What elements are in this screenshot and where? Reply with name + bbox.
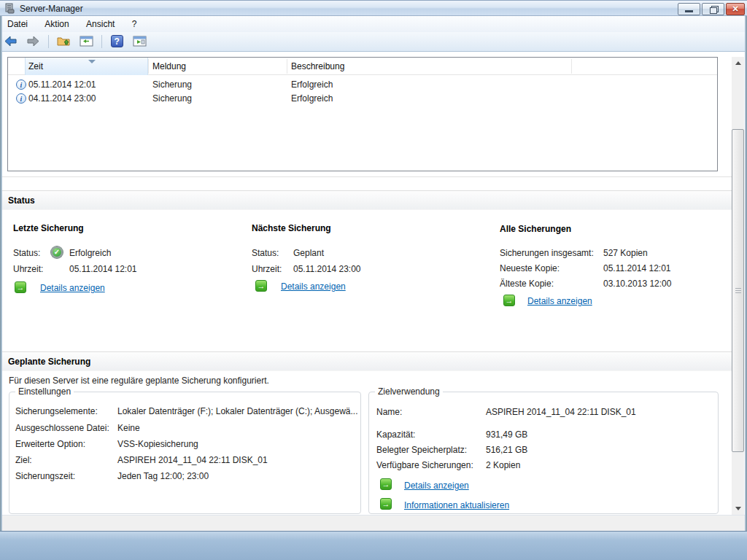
backup-time-label: Sicherungszeit:: [15, 471, 75, 481]
all-newest-value: 05.11.2014 12:01: [603, 263, 671, 273]
forward-icon: [26, 36, 40, 47]
event-description: Erfolgreich: [291, 79, 333, 90]
action-pane-button[interactable]: [131, 35, 147, 48]
go-arrow-icon[interactable]: →: [380, 498, 392, 510]
column-header-beschreibung[interactable]: Beschreibung: [291, 61, 344, 71]
go-arrow-icon[interactable]: →: [380, 478, 392, 490]
next-time-label: Uhrzeit:: [252, 264, 282, 274]
events-table: Zeit Meldung Beschreibung i 05.11.2014 1…: [7, 57, 718, 171]
events-table-header: Zeit Meldung Beschreibung: [8, 58, 717, 75]
event-message: Sicherung: [152, 79, 192, 90]
column-separator[interactable]: [571, 59, 572, 74]
help-icon: ?: [111, 35, 123, 47]
sort-descending-icon: [88, 60, 96, 63]
menu-aktion[interactable]: Aktion: [37, 16, 76, 32]
backup-time-value: Jeden Tag 12:00; 23:00: [117, 471, 209, 481]
items-value: Lokaler Datenträger (F:); Lokaler Datent…: [117, 406, 357, 416]
dest-name-value: ASPIREH 2014_11_04 22:11 DISK_01: [486, 407, 636, 417]
menubar: Datei Aktion Ansicht ?: [0, 16, 747, 32]
scheduled-intro: Für diesen Server ist eine reguläre gepl…: [9, 376, 269, 386]
settings-legend: Einstellungen: [15, 386, 74, 397]
available-value: 2 Kopien: [486, 460, 520, 470]
info-icon: i: [16, 79, 26, 90]
available-label: Verfügbare Sicherungen:: [376, 460, 473, 470]
table-row[interactable]: i 05.11.2014 12:01 Sicherung Erfolgreich: [8, 78, 717, 92]
column-separator[interactable]: [148, 59, 149, 74]
all-newest-label: Neueste Kopie:: [500, 263, 560, 273]
dest-details-link[interactable]: Details anzeigen: [404, 481, 469, 491]
target-value: ASPIREH 2014_11_04 22:11 DISK_01: [117, 455, 268, 465]
restore-button[interactable]: [702, 3, 724, 15]
next-status-label: Status:: [252, 248, 279, 258]
folder-up-icon: [57, 36, 71, 47]
titlebar[interactable]: Server-Manager ✕: [0, 0, 747, 16]
settings-groupbox: Einstellungen Sicherungselemente: Lokale…: [9, 392, 361, 514]
menu-datei[interactable]: Datei: [0, 16, 35, 32]
capacity-label: Kapazität:: [376, 429, 415, 440]
next-details-link[interactable]: Details anzeigen: [281, 281, 346, 292]
back-icon: [4, 36, 18, 47]
close-icon: ✕: [732, 4, 738, 13]
column-header-zeit[interactable]: Zeit: [28, 61, 43, 71]
desktop: Server-Manager ✕ Datei Aktion Ansicht ? …: [0, 0, 747, 560]
menu-hilfe[interactable]: ?: [125, 16, 144, 32]
all-oldest-value: 03.10.2013 12:00: [603, 279, 671, 289]
excluded-value: Keine: [117, 423, 140, 433]
event-description: Erfolgreich: [291, 93, 333, 104]
success-check-icon: ✓: [51, 246, 63, 258]
window-border-left: [0, 16, 2, 531]
all-backups-title: Alle Sicherungen: [500, 224, 571, 234]
console-tree-button[interactable]: [78, 35, 94, 48]
event-message: Sicherung: [152, 93, 192, 104]
restore-icon: [710, 6, 717, 12]
last-status-label: Status:: [13, 248, 40, 258]
last-details-link[interactable]: Details anzeigen: [40, 283, 105, 293]
scroll-down-button[interactable]: [732, 502, 744, 515]
menu-ansicht[interactable]: Ansicht: [79, 16, 122, 32]
all-oldest-label: Älteste Kopie:: [500, 279, 554, 289]
console-tree-icon: [80, 36, 93, 47]
last-backup-title: Letzte Sicherung: [13, 223, 84, 233]
all-details-link[interactable]: Details anzeigen: [527, 296, 592, 306]
go-arrow-icon[interactable]: →: [503, 295, 515, 306]
status-heading: Status: [2, 191, 732, 206]
refresh-info-link[interactable]: Informationen aktualisieren: [404, 500, 509, 510]
scheduled-heading: Geplante Sicherung: [2, 352, 732, 367]
taskbar: 22:16 05.11.2014: [0, 531, 747, 560]
up-level-button[interactable]: [55, 35, 71, 48]
next-status-value: Geplant: [293, 248, 324, 258]
column-separator[interactable]: [287, 59, 287, 74]
vertical-scrollbar[interactable]: [732, 57, 744, 515]
window-statusbar: [2, 515, 745, 531]
help-button[interactable]: ?: [109, 35, 125, 48]
all-total-label: Sicherungen insgesamt:: [500, 248, 594, 258]
column-header-zeit-highlight[interactable]: [25, 58, 148, 75]
status-section-header: Status: [2, 190, 732, 210]
window-title: Server-Manager: [20, 4, 83, 14]
go-arrow-icon[interactable]: →: [15, 281, 26, 293]
next-time-value: 05.11.2014 23:00: [293, 264, 361, 274]
scrollbar-thumb[interactable]: [732, 129, 744, 452]
minimize-icon: [685, 10, 693, 12]
scroll-up-button[interactable]: [732, 57, 744, 69]
toolbar-separator: [48, 35, 49, 48]
column-header-meldung[interactable]: Meldung: [152, 61, 186, 71]
event-time: 05.11.2014 12:01: [28, 79, 96, 90]
destination-legend: Zielverwendung: [375, 386, 443, 397]
last-status-value: Erfolgreich: [69, 248, 111, 258]
event-time: 04.11.2014 23:00: [28, 93, 96, 104]
items-label: Sicherungselemente:: [15, 406, 98, 416]
scheduled-section-header: Geplante Sicherung: [2, 351, 732, 371]
server-manager-app-icon: [4, 3, 15, 16]
go-arrow-icon[interactable]: →: [255, 280, 267, 292]
forward-button[interactable]: [25, 35, 41, 48]
excluded-label: Ausgeschlossene Datei:: [15, 423, 109, 433]
all-total-value: 527 Kopien: [603, 248, 648, 258]
back-button[interactable]: [2, 35, 18, 48]
minimize-button[interactable]: [678, 3, 700, 15]
advanced-value: VSS-Kopiesicherung: [117, 439, 198, 449]
table-row[interactable]: i 04.11.2014 23:00 Sicherung Erfolgreich: [8, 92, 717, 106]
last-time-value: 05.11.2014 12:01: [69, 264, 137, 274]
used-space-label: Belegter Speicherplatz:: [376, 445, 467, 455]
close-button[interactable]: ✕: [726, 3, 745, 15]
